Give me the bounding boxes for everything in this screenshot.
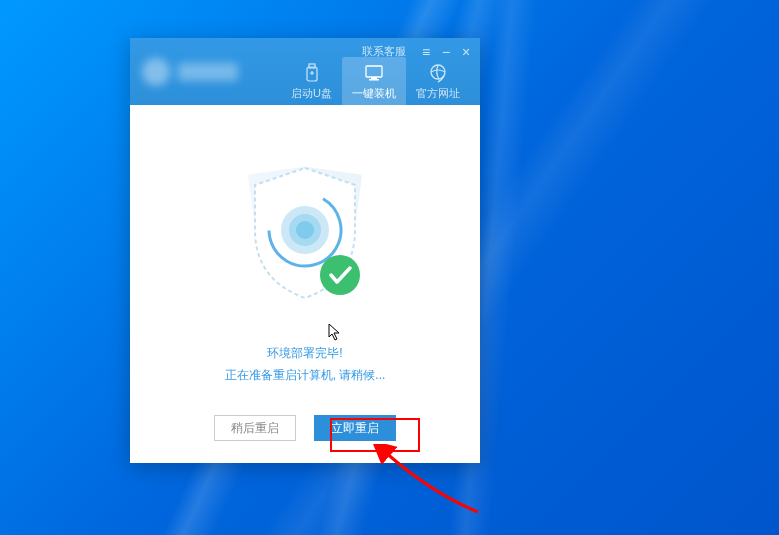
tab-label: 启动U盘 bbox=[291, 86, 332, 101]
close-button[interactable]: × bbox=[460, 46, 472, 58]
menu-button[interactable]: ≡ bbox=[420, 46, 432, 58]
button-row: 稍后重启 立即重启 bbox=[214, 415, 396, 441]
svg-rect-4 bbox=[369, 79, 379, 81]
svg-rect-2 bbox=[366, 66, 382, 77]
app-window: 联系客服 ≡ − × 启动U盘 bbox=[130, 38, 480, 463]
tab-boot-usb[interactable]: 启动U盘 bbox=[281, 57, 342, 105]
status-line-1: 环境部署完毕! bbox=[225, 343, 386, 365]
svg-rect-3 bbox=[371, 77, 377, 79]
svg-rect-1 bbox=[309, 64, 315, 68]
titlebar: 联系客服 ≡ − × 启动U盘 bbox=[130, 38, 480, 105]
tab-official-website[interactable]: 官方网址 bbox=[406, 57, 470, 105]
content-area: 环境部署完毕! 正在准备重启计算机, 请稍候... 稍后重启 立即重启 bbox=[130, 105, 480, 463]
tab-label: 官方网址 bbox=[416, 86, 460, 101]
status-text: 环境部署完毕! 正在准备重启计算机, 请稍候... bbox=[225, 343, 386, 386]
app-logo bbox=[130, 58, 238, 86]
usb-icon bbox=[302, 63, 322, 83]
restart-later-button[interactable]: 稍后重启 bbox=[214, 415, 296, 441]
browser-icon bbox=[428, 63, 448, 83]
tab-label: 一键装机 bbox=[352, 86, 396, 101]
svg-point-12 bbox=[320, 255, 360, 295]
minimize-button[interactable]: − bbox=[440, 46, 452, 58]
main-tabs: 启动U盘 一键装机 bbox=[281, 57, 470, 105]
restart-now-button[interactable]: 立即重启 bbox=[314, 415, 396, 441]
monitor-icon bbox=[364, 63, 384, 83]
svg-point-11 bbox=[296, 221, 314, 239]
status-line-2: 正在准备重启计算机, 请稍候... bbox=[225, 365, 386, 387]
tab-one-click-install[interactable]: 一键装机 bbox=[342, 57, 406, 105]
shield-graphic bbox=[225, 150, 385, 325]
